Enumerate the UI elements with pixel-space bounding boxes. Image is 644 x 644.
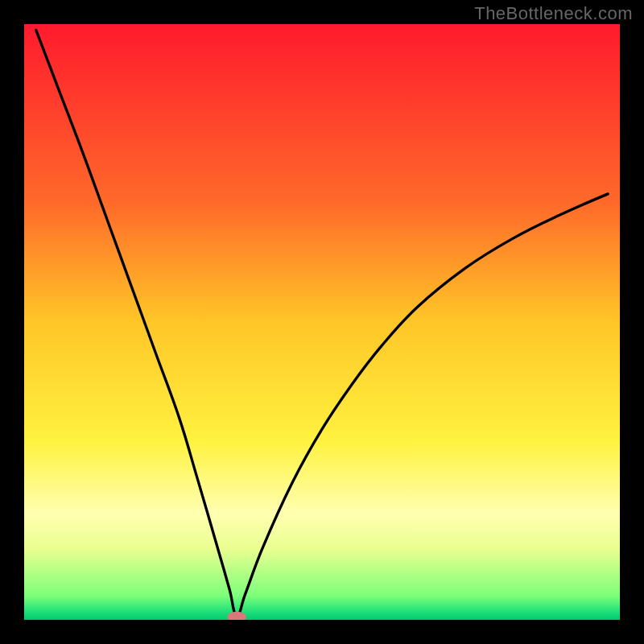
chart-frame: TheBottleneck.com bbox=[0, 0, 644, 644]
plot-area bbox=[24, 24, 620, 620]
watermark-text: TheBottleneck.com bbox=[474, 3, 633, 24]
gradient-background bbox=[24, 24, 620, 620]
chart-svg bbox=[24, 24, 620, 620]
